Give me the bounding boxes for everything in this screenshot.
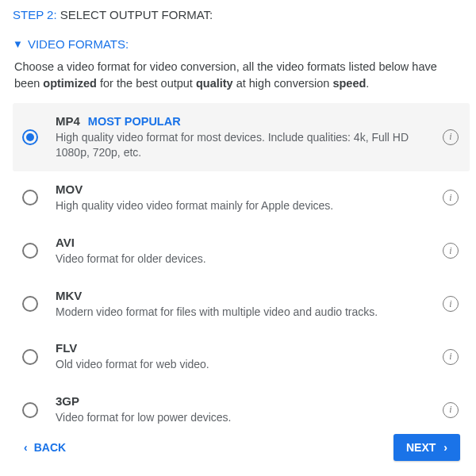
format-radio[interactable] [22,243,38,259]
format-body: FLVOld video format for web video. [56,341,425,372]
chevron-right-icon: › [443,441,447,454]
format-radio[interactable] [22,349,38,365]
format-body: 3GPVideo format for low power devices. [56,394,425,425]
format-name: MOV [56,182,83,196]
format-radio[interactable] [22,296,38,312]
scroll-area[interactable]: ▼ VIDEO FORMATS: Choose a video format f… [0,25,476,429]
format-row-3gp[interactable]: 3GPVideo format for low power devices.i [13,383,470,429]
format-name: 3GP [56,394,79,408]
format-row-mkv[interactable]: MKVModern video format for files with mu… [13,278,470,331]
info-icon[interactable]: i [443,129,459,145]
format-radio[interactable] [22,129,38,145]
step-number: STEP 2: [13,8,57,21]
section-description: Choose a video format for video conversi… [14,59,463,92]
video-formats-section-header[interactable]: ▼ VIDEO FORMATS: [13,37,470,51]
format-body: MP4MOST POPULARHigh quality video format… [56,114,425,160]
format-name: AVI [56,236,75,249]
info-icon[interactable]: i [443,349,459,365]
format-name: MKV [56,289,82,302]
format-name: MP4 [56,114,80,128]
chevron-down-icon: ▼ [13,38,23,50]
next-button[interactable]: NEXT › [393,434,460,461]
format-body: MOVHigh quality video video format mainl… [56,182,425,213]
next-label: NEXT [406,441,436,454]
format-radio[interactable] [22,402,38,418]
info-icon[interactable]: i [443,190,459,205]
format-badge: MOST POPULAR [88,115,181,128]
format-row-avi[interactable]: AVIVideo format for older devices.i [13,225,470,278]
format-body: MKVModern video format for files with mu… [56,289,425,320]
section-title: VIDEO FORMATS: [28,37,129,51]
format-row-mp4[interactable]: MP4MOST POPULARHigh quality video format… [13,103,470,171]
format-row-flv[interactable]: FLVOld video format for web video.i [13,330,470,383]
info-icon[interactable]: i [443,296,459,312]
footer: ‹ BACK NEXT › [0,429,476,461]
format-name: FLV [56,341,77,355]
step-header: STEP 2: SELECT OUTPUT FORMAT: [0,0,476,25]
format-desc: High quality video video format mainly f… [56,198,425,213]
format-desc: Modern video format for files with multi… [56,305,425,320]
back-button[interactable]: ‹ BACK [24,441,66,454]
format-desc: Video format for older devices. [56,251,425,267]
info-icon[interactable]: i [443,243,459,259]
format-row-mov[interactable]: MOVHigh quality video video format mainl… [13,171,470,225]
chevron-left-icon: ‹ [24,441,28,454]
format-desc: High quality video format for most devic… [56,130,425,160]
format-radio[interactable] [22,190,38,205]
format-desc: Old video format for web video. [56,357,425,372]
step-title: SELECT OUTPUT FORMAT: [60,8,213,21]
format-desc: Video format for low power devices. [56,410,425,425]
format-list: MP4MOST POPULARHigh quality video format… [13,103,470,429]
format-body: AVIVideo format for older devices. [56,236,425,267]
back-label: BACK [34,441,66,454]
info-icon[interactable]: i [443,402,459,418]
